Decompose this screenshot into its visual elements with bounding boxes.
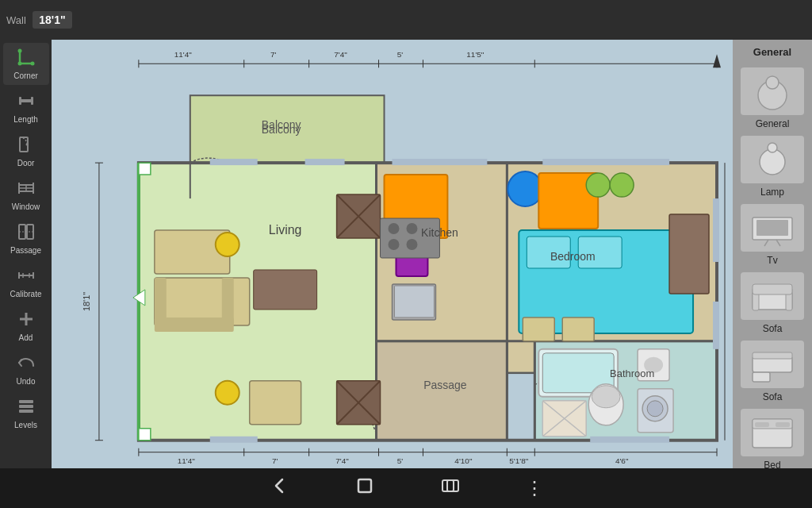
svg-text:Bathroom: Bathroom	[610, 368, 654, 379]
svg-rect-61	[590, 437, 669, 443]
wall-label: Wall	[6, 14, 26, 26]
levels-icon	[17, 397, 36, 418]
tool-levels[interactable]: Levels	[3, 392, 49, 434]
tool-calibrate[interactable]: Calibrate	[3, 261, 49, 303]
furniture-sofa2[interactable]: Sofa	[737, 341, 807, 402]
tool-corner[interactable]: Corner	[3, 43, 49, 85]
tool-levels-label: Levels	[14, 421, 37, 429]
svg-text:7'4": 7'4"	[335, 456, 349, 465]
home-button[interactable]	[354, 475, 376, 502]
svg-rect-90	[394, 286, 434, 318]
svg-point-149	[768, 143, 777, 152]
tool-undo-label: Undo	[17, 377, 36, 386]
left-toolbar: Corner Length Door	[0, 40, 52, 468]
svg-text:18'1": 18'1"	[82, 292, 91, 311]
furniture-tv[interactable]: Tv	[737, 204, 807, 266]
svg-point-88	[406, 239, 417, 250]
furniture-bed[interactable]: Bed	[737, 409, 807, 468]
svg-point-80	[216, 233, 239, 256]
svg-line-153	[776, 240, 780, 246]
tool-door-label: Door	[17, 159, 35, 167]
svg-rect-70	[155, 318, 234, 332]
svg-text:Kitchen: Kitchen	[421, 226, 458, 239]
svg-point-2	[17, 49, 21, 53]
svg-rect-73	[250, 381, 301, 425]
furniture-sofa1[interactable]: Sofa	[737, 272, 807, 334]
bottombar: ⋮	[0, 468, 812, 508]
svg-rect-56	[210, 159, 258, 165]
window-icon	[17, 179, 36, 200]
tool-window-label: Window	[12, 202, 40, 211]
furniture-general-label: General	[756, 118, 790, 129]
furniture-tv-label: Tv	[767, 255, 777, 266]
svg-text:5'1'8": 5'1'8"	[509, 456, 528, 465]
svg-rect-160	[753, 352, 792, 359]
svg-rect-100	[669, 214, 709, 294]
tool-undo[interactable]: Undo	[3, 348, 49, 391]
furniture-sofa1-label: Sofa	[763, 323, 783, 334]
furniture-general[interactable]: General	[737, 67, 807, 129]
svg-rect-26	[19, 405, 33, 408]
svg-rect-151	[756, 220, 788, 236]
main-row: Corner Length Door	[0, 40, 812, 468]
floorplan-container[interactable]: 11'4" 7' 7'4" 5' 11'5" Balcony	[52, 40, 733, 468]
tool-passage-label: Passage	[10, 246, 41, 255]
svg-point-87	[389, 239, 400, 250]
svg-rect-7	[31, 97, 33, 105]
svg-rect-72	[254, 270, 317, 310]
tool-door[interactable]: Door	[3, 130, 49, 172]
tool-passage[interactable]: Passage	[3, 217, 49, 260]
svg-rect-165	[358, 479, 371, 492]
svg-point-9	[25, 144, 28, 146]
add-icon	[17, 310, 36, 331]
furniture-sofa2-label: Sofa	[763, 391, 783, 402]
furniture-lamp[interactable]: Lamp	[737, 136, 807, 198]
corner-icon	[17, 48, 36, 69]
svg-text:7'4": 7'4"	[334, 50, 347, 59]
furniture-lamp-label: Lamp	[760, 187, 784, 198]
svg-rect-60	[210, 437, 258, 443]
svg-rect-159	[753, 372, 770, 382]
tool-add[interactable]: Add	[3, 305, 49, 347]
svg-point-81	[216, 381, 239, 405]
svg-text:11'4": 11'4"	[178, 456, 196, 465]
back-button[interactable]	[268, 475, 290, 502]
svg-point-148	[760, 149, 785, 175]
svg-text:Passage: Passage	[423, 379, 467, 391]
svg-rect-63	[713, 302, 719, 349]
tool-calibrate-label: Calibrate	[10, 290, 41, 298]
svg-line-152	[764, 240, 768, 246]
svg-text:5': 5'	[397, 456, 404, 465]
svg-rect-99	[562, 318, 594, 341]
svg-rect-59	[542, 159, 669, 165]
right-panel: General General Lamp	[733, 40, 812, 468]
svg-point-3	[30, 62, 34, 66]
undo-icon	[17, 353, 36, 375]
svg-text:7': 7'	[270, 50, 277, 59]
svg-text:Balcony: Balcony	[262, 118, 301, 131]
calibrate-icon	[17, 266, 36, 287]
svg-rect-163	[755, 422, 769, 427]
topbar: Wall 18'1"	[0, 0, 812, 40]
right-panel-title: General	[753, 46, 791, 58]
svg-point-93	[586, 173, 610, 197]
svg-rect-6	[19, 97, 21, 105]
tool-length[interactable]: Length	[3, 87, 49, 129]
svg-rect-57	[305, 159, 345, 165]
tool-add-label: Add	[19, 333, 33, 342]
recent-button[interactable]	[439, 475, 462, 502]
svg-point-147	[766, 76, 779, 89]
menu-button[interactable]: ⋮	[525, 477, 544, 499]
svg-text:4'10": 4'10"	[454, 456, 473, 465]
svg-text:4'6": 4'6"	[615, 456, 629, 465]
door-icon	[17, 135, 36, 156]
svg-rect-157	[753, 284, 792, 294]
svg-marker-65	[139, 429, 151, 441]
tool-window[interactable]: Window	[3, 174, 49, 216]
svg-rect-25	[19, 400, 33, 403]
svg-text:7': 7'	[272, 456, 278, 465]
svg-rect-164	[776, 422, 790, 427]
wall-value: 18'1"	[33, 11, 71, 29]
svg-point-94	[610, 173, 634, 197]
svg-point-4	[17, 62, 21, 66]
